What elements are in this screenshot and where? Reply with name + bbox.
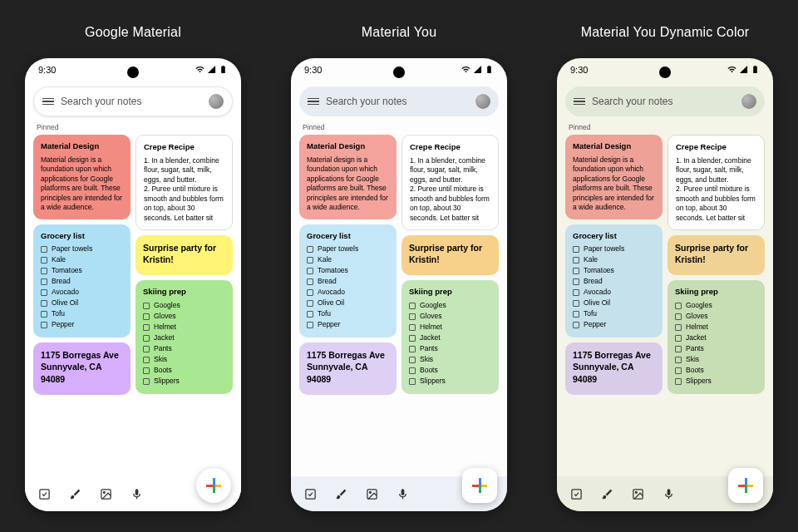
note-surprise-party[interactable]: Surprise party for Kristin! xyxy=(401,235,499,275)
checklist-item[interactable]: Tomatoes xyxy=(573,266,655,275)
checkbox-icon[interactable] xyxy=(307,246,313,253)
checkbox-icon[interactable] xyxy=(409,324,416,331)
note-crepe-recipe[interactable]: Crepe Recipe 1. In a blender, combine fl… xyxy=(135,135,233,230)
checklist-item[interactable]: Gloves xyxy=(409,312,491,321)
checkbox-icon[interactable] xyxy=(143,357,150,363)
checklist-icon[interactable] xyxy=(38,488,51,500)
menu-icon[interactable] xyxy=(574,98,585,106)
add-note-button[interactable] xyxy=(462,468,497,503)
checkbox-icon[interactable] xyxy=(41,311,47,318)
avatar[interactable] xyxy=(741,94,756,109)
note-crepe-recipe[interactable]: Crepe Recipe 1. In a blender, combine fl… xyxy=(401,135,499,230)
checkbox-icon[interactable] xyxy=(409,335,416,342)
checkbox-icon[interactable] xyxy=(675,367,682,374)
mic-icon[interactable] xyxy=(663,488,675,500)
draw-icon[interactable] xyxy=(601,488,613,500)
draw-icon[interactable] xyxy=(69,488,81,500)
checkbox-icon[interactable] xyxy=(143,335,150,342)
checklist-item[interactable]: Googles xyxy=(675,301,757,310)
checkbox-icon[interactable] xyxy=(143,303,150,309)
note-address[interactable]: 1175 Borregas Ave Sunnyvale, CA 94089 xyxy=(299,342,397,395)
checkbox-icon[interactable] xyxy=(143,346,150,352)
checklist-item[interactable]: Pepper xyxy=(307,320,389,329)
menu-icon[interactable] xyxy=(308,98,319,106)
note-surprise-party[interactable]: Surprise party for Kristin! xyxy=(135,235,233,275)
note-material-design[interactable]: Material Design Material design is a fou… xyxy=(299,135,397,219)
menu-icon[interactable] xyxy=(42,98,54,106)
checklist-item[interactable]: Boots xyxy=(143,366,225,375)
mic-icon[interactable] xyxy=(131,488,143,500)
checkbox-icon[interactable] xyxy=(307,268,313,274)
checkbox-icon[interactable] xyxy=(409,357,416,363)
checkbox-icon[interactable] xyxy=(143,324,150,331)
checkbox-icon[interactable] xyxy=(573,246,579,253)
checklist-item[interactable]: Googles xyxy=(143,301,225,310)
avatar[interactable] xyxy=(475,94,490,109)
checkbox-icon[interactable] xyxy=(41,300,47,307)
avatar[interactable] xyxy=(209,94,224,109)
checklist-item[interactable]: Slippers xyxy=(409,377,491,386)
checkbox-icon[interactable] xyxy=(409,346,416,352)
checkbox-icon[interactable] xyxy=(573,289,579,296)
checklist-item[interactable]: Tofu xyxy=(41,309,123,318)
checkbox-icon[interactable] xyxy=(675,346,682,352)
note-skiing-prep[interactable]: Skiing prep GooglesGlovesHelmetJacketPan… xyxy=(135,280,233,394)
checklist-item[interactable]: Jacket xyxy=(409,333,491,342)
checklist-item[interactable]: Avocado xyxy=(41,288,123,297)
checklist-item[interactable]: Jacket xyxy=(143,333,225,342)
checkbox-icon[interactable] xyxy=(409,313,416,320)
checkbox-icon[interactable] xyxy=(573,322,579,328)
checklist-item[interactable]: Paper towels xyxy=(573,244,655,254)
checkbox-icon[interactable] xyxy=(41,289,47,296)
search-placeholder[interactable]: Search your notes xyxy=(592,96,735,107)
note-grocery-list[interactable]: Grocery list Paper towelsKaleTomatoesBre… xyxy=(33,224,131,338)
checkbox-icon[interactable] xyxy=(307,322,313,328)
checklist-item[interactable]: Googles xyxy=(409,301,491,310)
search-bar[interactable]: Search your notes xyxy=(565,86,765,116)
checkbox-icon[interactable] xyxy=(675,357,682,363)
checkbox-icon[interactable] xyxy=(143,378,150,385)
checklist-item[interactable]: Pants xyxy=(409,344,491,353)
checklist-item[interactable]: Tomatoes xyxy=(307,266,389,275)
checklist-item[interactable]: Slippers xyxy=(675,377,757,386)
checklist-item[interactable]: Olive Oil xyxy=(41,298,123,308)
checklist-item[interactable]: Tomatoes xyxy=(41,266,123,275)
search-bar[interactable]: Search your notes xyxy=(299,86,499,116)
checkbox-icon[interactable] xyxy=(675,378,682,385)
checklist-item[interactable]: Bread xyxy=(41,277,123,286)
checkbox-icon[interactable] xyxy=(573,268,579,274)
checkbox-icon[interactable] xyxy=(675,303,682,309)
checkbox-icon[interactable] xyxy=(307,300,313,307)
checkbox-icon[interactable] xyxy=(675,335,682,342)
mic-icon[interactable] xyxy=(397,488,409,500)
checklist-item[interactable]: Boots xyxy=(675,366,757,375)
checklist-item[interactable]: Kale xyxy=(573,255,655,264)
checklist-item[interactable]: Slippers xyxy=(143,377,225,386)
note-skiing-prep[interactable]: Skiing prep GooglesGlovesHelmetJacketPan… xyxy=(667,280,765,394)
checkbox-icon[interactable] xyxy=(675,324,682,331)
checklist-item[interactable]: Helmet xyxy=(675,323,757,332)
checkbox-icon[interactable] xyxy=(41,246,47,253)
search-placeholder[interactable]: Search your notes xyxy=(61,96,202,107)
checklist-icon[interactable] xyxy=(570,488,583,500)
checkbox-icon[interactable] xyxy=(307,289,313,296)
checklist-item[interactable]: Pepper xyxy=(573,320,655,329)
checklist-item[interactable]: Kale xyxy=(41,255,123,264)
checkbox-icon[interactable] xyxy=(143,313,150,320)
checkbox-icon[interactable] xyxy=(409,303,416,309)
draw-icon[interactable] xyxy=(335,488,347,500)
checkbox-icon[interactable] xyxy=(307,278,313,285)
checkbox-icon[interactable] xyxy=(307,311,313,318)
note-crepe-recipe[interactable]: Crepe Recipe 1. In a blender, combine fl… xyxy=(667,135,765,230)
image-icon[interactable] xyxy=(632,488,644,500)
checkbox-icon[interactable] xyxy=(573,257,579,264)
checklist-item[interactable]: Olive Oil xyxy=(573,298,655,308)
checklist-icon[interactable] xyxy=(304,488,317,500)
note-address[interactable]: 1175 Borregas Ave Sunnyvale, CA 94089 xyxy=(565,342,663,395)
checklist-item[interactable]: Tofu xyxy=(307,309,389,318)
search-bar[interactable]: Search your notes xyxy=(33,86,233,116)
note-grocery-list[interactable]: Grocery list Paper towelsKaleTomatoesBre… xyxy=(565,224,663,338)
image-icon[interactable] xyxy=(366,488,378,500)
search-placeholder[interactable]: Search your notes xyxy=(326,96,469,107)
note-skiing-prep[interactable]: Skiing prep GooglesGlovesHelmetJacketPan… xyxy=(401,280,499,394)
